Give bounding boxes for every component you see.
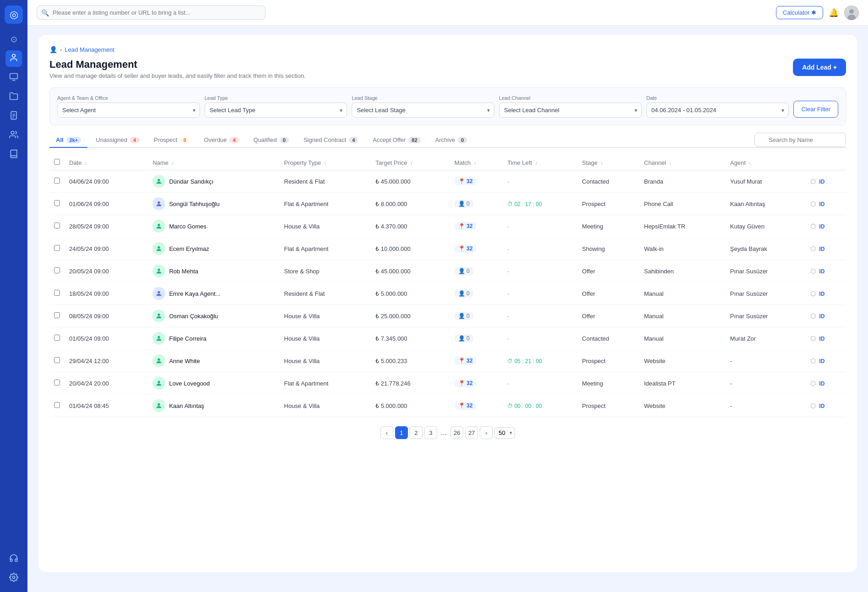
tab-archive[interactable]: Archive 0 — [429, 133, 473, 148]
row-id-link[interactable]: ID — [819, 201, 825, 207]
header-stage[interactable]: Stage ↕ — [577, 155, 639, 170]
sidebar-item-leads[interactable] — [5, 50, 22, 67]
row-link-icon[interactable]: ⬡ — [810, 290, 816, 297]
topbar-search-input[interactable] — [37, 5, 266, 20]
header-time-left[interactable]: Time Left ↕ — [503, 155, 577, 170]
calculator-button[interactable]: Calculator ✱ — [776, 6, 823, 19]
row-id-link[interactable]: ID — [819, 291, 825, 297]
agent-select[interactable]: Select Agent — [57, 103, 200, 118]
header-match[interactable]: Match ↕ — [450, 155, 503, 170]
row-link-icon[interactable]: ⬡ — [810, 178, 816, 185]
row-checkbox[interactable] — [54, 178, 60, 184]
row-checkbox[interactable] — [54, 312, 60, 318]
row-name[interactable]: Filipe Correira — [169, 335, 206, 342]
sidebar-item-settings[interactable] — [5, 570, 22, 587]
row-checkbox[interactable] — [54, 335, 60, 341]
row-id-link[interactable]: ID — [819, 179, 825, 185]
pagination-prev[interactable]: ‹ — [380, 426, 393, 439]
pagination-page-26[interactable]: 26 — [450, 426, 463, 439]
row-checkbox[interactable] — [54, 402, 60, 408]
row-checkbox[interactable] — [54, 223, 60, 228]
clear-filter-button[interactable]: Clear Filter — [793, 101, 838, 118]
avatar[interactable] — [844, 5, 859, 20]
header-channel[interactable]: Channel ↕ — [640, 155, 726, 170]
row-id-link[interactable]: ID — [819, 223, 825, 230]
breadcrumb-current[interactable]: Lead Management — [65, 46, 114, 53]
pagination-page-27[interactable]: 27 — [465, 426, 478, 439]
tab-signed-contract[interactable]: Signed Contract 4 — [297, 133, 364, 148]
row-checkbox[interactable] — [54, 357, 60, 363]
sidebar-logo[interactable]: ◎ — [5, 5, 23, 24]
row-link-icon[interactable]: ⬡ — [810, 245, 816, 252]
lead-stage-select[interactable]: Select Lead Stage — [352, 103, 494, 118]
row-checkbox[interactable] — [54, 290, 60, 296]
row-name[interactable]: Songül Tahhuşoğlu — [169, 201, 219, 207]
header-name[interactable]: Name ↕ — [148, 155, 279, 170]
row-name[interactable]: Kaan Altıntaş — [169, 402, 204, 409]
row-checkbox[interactable] — [54, 380, 60, 386]
row-checkbox-cell — [49, 350, 65, 372]
row-id-link[interactable]: ID — [819, 313, 825, 320]
row-id-link[interactable]: ID — [819, 358, 825, 364]
sidebar-item-support[interactable] — [5, 551, 22, 567]
row-id-link[interactable]: ID — [819, 403, 825, 409]
row-name[interactable]: Anne White — [169, 358, 200, 364]
tab-overdue[interactable]: Overdue 4 — [198, 133, 245, 148]
sidebar-item-folder[interactable] — [5, 89, 22, 105]
row-link-icon[interactable]: ⬡ — [810, 402, 816, 409]
svg-point-15 — [158, 246, 160, 249]
sidebar-item-document[interactable] — [5, 108, 22, 125]
lead-channel-select[interactable]: Select Lead Channel — [499, 103, 642, 118]
sidebar-item-team[interactable] — [5, 127, 22, 144]
notification-bell-icon[interactable]: 🔔 — [829, 8, 839, 18]
row-link-icon[interactable]: ⬡ — [810, 312, 816, 320]
row-link-icon[interactable]: ⬡ — [810, 380, 816, 387]
pagination-page-3[interactable]: 3 — [424, 426, 437, 439]
tab-prospect[interactable]: Prospect 8 — [147, 133, 195, 148]
header-property-type[interactable]: Property Type ↕ — [280, 155, 371, 170]
header-agent[interactable]: Agent ↕ — [726, 155, 806, 170]
tab-qualified[interactable]: Qualified 0 — [247, 133, 295, 148]
row-link-icon[interactable]: ⬡ — [810, 267, 816, 275]
date-select[interactable]: 04.06.2024 - 01.05.2024 — [646, 103, 789, 118]
select-all-checkbox[interactable] — [54, 159, 60, 165]
tab-all[interactable]: All 2k+ — [49, 133, 87, 148]
row-link-icon[interactable]: ⬡ — [810, 200, 816, 207]
row-id-link[interactable]: ID — [819, 336, 825, 342]
table-row: 01/05/24 09:00 Filipe Correira House & V… — [49, 327, 846, 350]
pagination-page-1[interactable]: 1 — [395, 426, 408, 439]
row-name[interactable]: Rob Mehta — [169, 268, 198, 275]
svg-point-0 — [12, 54, 16, 57]
sidebar-item-book[interactable] — [5, 147, 22, 163]
row-id-link[interactable]: ID — [819, 246, 825, 252]
row-checkbox[interactable] — [54, 200, 60, 206]
row-checkbox[interactable] — [54, 267, 60, 273]
row-link-icon[interactable]: ⬡ — [810, 335, 816, 342]
row-link-icon[interactable]: ⬡ — [810, 357, 816, 364]
tab-accept-offer[interactable]: Accept Offer 82 — [366, 133, 427, 148]
sidebar-item-inventory[interactable] — [5, 70, 22, 86]
row-id-link[interactable]: ID — [819, 268, 825, 275]
row-time-left: ⏱ 00 : 00 : 00 — [503, 395, 577, 417]
row-checkbox[interactable] — [54, 245, 60, 251]
row-id-link[interactable]: ID — [819, 380, 825, 387]
row-agent: Murat Zor — [726, 327, 806, 350]
tab-unassigned[interactable]: Unassigned 4 — [89, 133, 146, 148]
page-size-select[interactable]: 50 25 10 — [494, 427, 515, 439]
add-lead-button[interactable]: Add Lead + — [793, 59, 846, 76]
pagination-page-2[interactable]: 2 — [410, 426, 423, 439]
row-name[interactable]: Love Lovegood — [169, 380, 210, 387]
sidebar-item-search[interactable]: ⊙ — [5, 31, 22, 48]
pagination-next[interactable]: › — [480, 426, 493, 439]
search-name-input[interactable] — [754, 133, 846, 147]
header-date[interactable]: Date ↕ — [65, 155, 148, 170]
header-target-price[interactable]: Target Price ↕ — [371, 155, 450, 170]
row-name[interactable]: Dündar Sandıkçı — [169, 178, 213, 185]
row-name[interactable]: Marco Gomes — [169, 223, 206, 230]
row-name[interactable]: Ecem Eryılmaz — [169, 245, 209, 252]
row-name-cell: Osman Çokakoğlu — [148, 305, 279, 327]
row-name[interactable]: Osman Çokakoğlu — [169, 313, 218, 320]
row-link-icon[interactable]: ⬡ — [810, 223, 816, 230]
row-name[interactable]: Emre Kaya Agent... — [169, 290, 220, 297]
lead-type-select[interactable]: Select Lead Type — [205, 103, 347, 118]
